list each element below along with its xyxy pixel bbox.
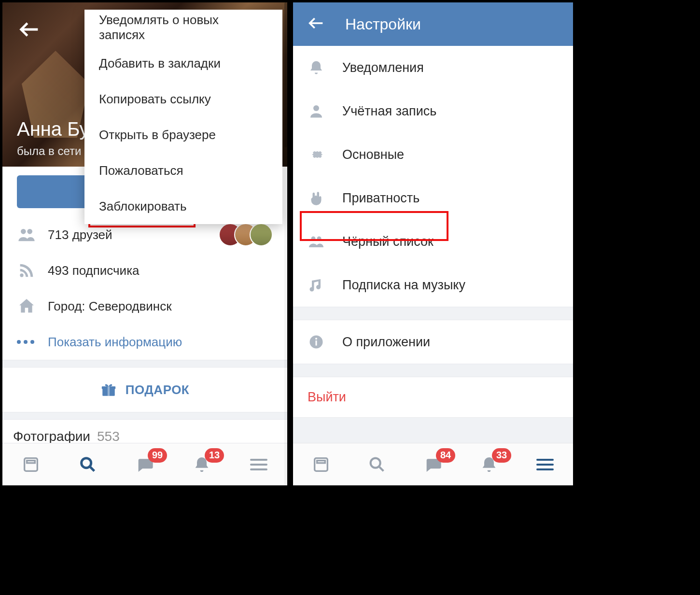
svg-point-9	[313, 105, 319, 111]
settings-privacy[interactable]: Приватность	[293, 176, 573, 220]
settings-account[interactable]: Учётная запись	[293, 89, 573, 133]
feed-icon	[311, 455, 331, 474]
svg-rect-16	[317, 460, 325, 463]
menu-open-browser[interactable]: Открыть в браузере	[84, 117, 282, 153]
section-gap-2	[2, 412, 287, 420]
home-icon	[17, 297, 36, 316]
nav-menu[interactable]	[244, 450, 273, 479]
menu-block[interactable]: Заблокировать	[84, 188, 282, 224]
section-gap	[2, 360, 287, 368]
svg-point-10	[311, 237, 316, 241]
svg-rect-13	[316, 340, 317, 346]
friends-label: друзей	[72, 227, 112, 242]
bottom-nav: 84 33	[293, 443, 573, 485]
menu-add-bookmark[interactable]: Добавить в закладки	[84, 45, 282, 81]
svg-point-14	[315, 338, 317, 340]
friends-avatars	[226, 223, 273, 246]
messages-badge: 84	[436, 448, 455, 463]
gift-button[interactable]: ПОДАРОК	[2, 368, 287, 412]
profile-name: Анна Бу	[17, 118, 89, 140]
nav-feed[interactable]	[307, 450, 336, 479]
nav-search[interactable]	[73, 450, 102, 479]
screen-settings: Настройки Уведомления Учётная запись Осн…	[293, 2, 573, 485]
followers-row[interactable]: 493 подписчика	[2, 253, 287, 288]
profile-status: была в сети	[17, 144, 81, 158]
hamburger-icon	[250, 459, 267, 470]
settings-music[interactable]: Подписка на музыку	[293, 263, 573, 307]
followers-count: 493	[48, 263, 69, 278]
group-icon	[308, 233, 325, 250]
feed-icon	[21, 455, 41, 474]
back-button[interactable]	[307, 14, 326, 35]
search-icon	[367, 455, 387, 474]
back-button[interactable]	[17, 17, 42, 44]
svg-point-1	[27, 229, 32, 234]
svg-point-8	[82, 458, 91, 468]
friends-icon	[17, 225, 36, 244]
scrollbar[interactable]	[284, 2, 287, 485]
svg-point-0	[21, 229, 26, 234]
nav-notifications[interactable]: 13	[187, 450, 216, 479]
settings-about[interactable]: О приложении	[293, 320, 573, 364]
nav-menu[interactable]	[531, 450, 560, 479]
gift-label: ПОДАРОК	[126, 382, 189, 397]
hand-icon	[308, 189, 325, 207]
settings-general[interactable]: Основные	[293, 133, 573, 176]
scrollbar-thumb[interactable]	[284, 2, 287, 147]
hamburger-icon	[536, 459, 554, 470]
screen-profile: Анна Бу была в сети Сообщ 713 друзей 493…	[2, 2, 287, 485]
settings-list: Уведомления Учётная запись Основные Прив…	[293, 46, 573, 307]
svg-point-11	[317, 237, 322, 241]
gift-icon	[100, 382, 117, 398]
gear-icon	[308, 146, 325, 163]
nav-messages[interactable]: 99	[130, 450, 159, 479]
logout-button[interactable]: Выйти	[293, 377, 573, 417]
bell-icon	[308, 59, 325, 76]
menu-notify-posts[interactable]: Уведомлять о новых записях	[84, 10, 282, 45]
settings-topbar: Настройки	[293, 2, 573, 46]
city-row[interactable]: Город: Северодвинск	[2, 288, 287, 324]
settings-title: Настройки	[345, 15, 421, 33]
show-info-row[interactable]: Показать информацию	[2, 324, 287, 360]
photos-label: Фотографии	[13, 429, 90, 444]
nav-notifications[interactable]: 33	[475, 450, 504, 479]
followers-label: подписчика	[72, 263, 140, 278]
back-arrow-icon	[307, 14, 326, 33]
nav-search[interactable]	[363, 450, 392, 479]
svg-rect-7	[27, 460, 35, 463]
bottom-nav: 99 13	[2, 443, 287, 485]
info-icon	[308, 333, 325, 351]
svg-point-17	[371, 458, 380, 468]
nav-messages[interactable]: 84	[419, 450, 448, 479]
profile-dropdown-menu: Уведомлять о новых записях Добавить в за…	[84, 10, 282, 224]
messages-badge: 99	[148, 448, 167, 463]
menu-report[interactable]: Пожаловаться	[84, 153, 282, 188]
photos-count: 553	[97, 429, 120, 444]
svg-rect-5	[108, 386, 110, 396]
city-value: Северодвинск	[89, 299, 172, 313]
music-icon	[308, 276, 325, 294]
more-dots-icon	[17, 340, 36, 344]
menu-copy-link[interactable]: Копировать ссылку	[84, 81, 282, 117]
search-icon	[78, 455, 98, 474]
city-label: Город:	[48, 299, 85, 313]
settings-notifications[interactable]: Уведомления	[293, 46, 573, 89]
back-arrow-icon	[17, 17, 42, 42]
notifications-badge: 13	[205, 448, 224, 463]
user-icon	[308, 102, 325, 120]
svg-point-2	[20, 273, 23, 277]
settings-gap-2	[293, 364, 573, 377]
settings-blacklist[interactable]: Чёрный список	[293, 220, 573, 263]
nav-feed[interactable]	[16, 450, 45, 479]
friends-count: 713	[48, 227, 69, 242]
settings-gap	[293, 307, 573, 320]
show-info-label: Показать информацию	[48, 335, 182, 350]
rss-icon	[17, 261, 36, 280]
notifications-badge: 33	[492, 448, 511, 463]
